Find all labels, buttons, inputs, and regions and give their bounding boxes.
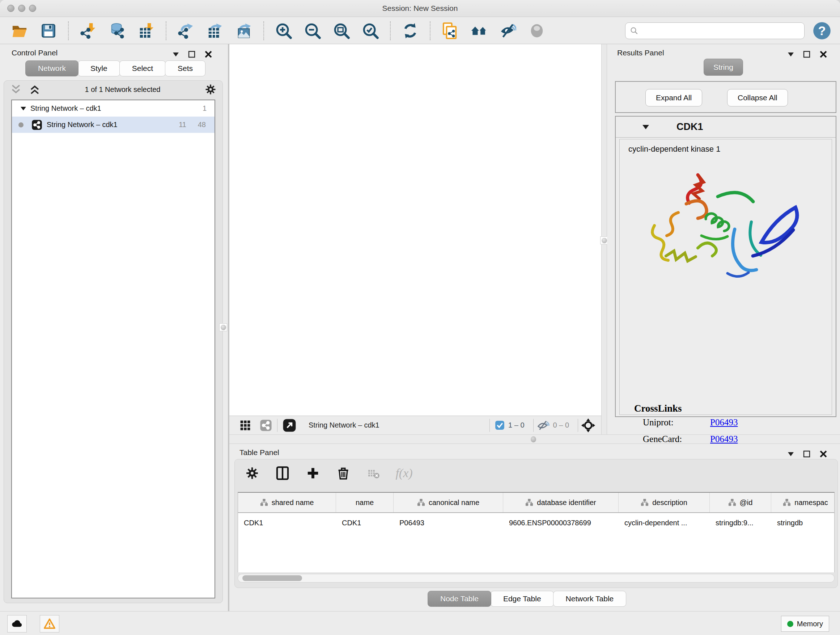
zoom-selected-button[interactable] — [360, 21, 381, 41]
network-view-icon[interactable] — [260, 419, 272, 432]
save-session-button[interactable] — [38, 21, 58, 41]
app-window: Session: New Session ? Control Panel Net… — [0, 0, 840, 635]
hide-selected-button[interactable] — [498, 21, 518, 41]
expand-collapse-box: Expand All Collapse All — [615, 81, 836, 113]
tab-style[interactable]: Style — [78, 60, 120, 76]
show-columns-icon[interactable] — [275, 465, 291, 481]
table-panel-resize-grip[interactable] — [531, 436, 536, 442]
table-options-gear-icon[interactable] — [244, 465, 260, 481]
memory-button[interactable]: Memory — [781, 616, 829, 632]
left-panel-resize-grip[interactable] — [219, 323, 227, 331]
table-cell[interactable]: cyclin-dependent ... — [619, 513, 710, 532]
export-network-button[interactable] — [176, 21, 196, 41]
network-canvas[interactable] — [229, 44, 601, 416]
table-cell[interactable]: P06493 — [393, 513, 503, 532]
table-cell[interactable]: CDK1 — [238, 513, 336, 532]
zoom-fit-button[interactable] — [332, 21, 352, 41]
show-all-button[interactable] — [527, 21, 547, 41]
network-collection-row[interactable]: String Network – cdk1 1 — [12, 100, 215, 117]
panel-menu-icon[interactable] — [173, 52, 179, 57]
export-image-icon — [235, 22, 252, 39]
delete-table-icon[interactable] — [366, 465, 382, 481]
network-list-options-gear-icon[interactable] — [204, 83, 217, 96]
float-panel-icon[interactable] — [188, 51, 195, 58]
float-panel-icon[interactable] — [803, 51, 810, 58]
cloud-status-button[interactable] — [7, 615, 27, 632]
column-header[interactable]: description — [619, 493, 710, 512]
search-field[interactable] — [625, 22, 805, 39]
open-file-button[interactable] — [9, 21, 30, 41]
selected-checkbox-icon[interactable] — [495, 420, 505, 430]
expand-all-icon[interactable] — [28, 84, 41, 95]
birds-eye-toggle-icon[interactable] — [581, 418, 595, 432]
import-network-database-button[interactable] — [107, 21, 127, 41]
delete-column-icon[interactable] — [335, 465, 351, 481]
help-button[interactable]: ? — [813, 21, 831, 40]
float-panel-icon[interactable] — [803, 450, 810, 458]
column-header[interactable]: canonical name — [393, 493, 503, 512]
export-image-button[interactable] — [234, 21, 254, 41]
grid-view-icon[interactable] — [240, 420, 251, 431]
column-header[interactable]: name — [336, 493, 393, 512]
import-table-button[interactable] — [136, 21, 156, 41]
tab-node-table[interactable]: Node Table — [428, 591, 491, 607]
table-panel-title: Table Panel — [240, 448, 279, 457]
gene-section-header[interactable]: CDK1 — [616, 117, 836, 138]
control-panel-title: Control Panel — [11, 49, 57, 57]
selected-count: 1 – 0 — [508, 421, 524, 429]
results-panel: Results Panel String Expand All Collapse… — [607, 44, 840, 434]
table-panel: Table Panel — [229, 444, 840, 611]
collapse-all-button[interactable]: Collapse All — [727, 89, 788, 106]
network-row[interactable]: String Network – cdk1 11 48 — [12, 117, 215, 133]
column-header[interactable]: namespac — [771, 493, 835, 512]
search-icon — [630, 27, 638, 35]
tab-select[interactable]: Select — [119, 60, 166, 76]
scrollbar-thumb[interactable] — [242, 575, 302, 581]
collapse-all-icon[interactable] — [10, 84, 22, 95]
column-header[interactable]: @id — [710, 493, 771, 512]
expand-all-button[interactable]: Expand All — [645, 89, 702, 106]
table-cell[interactable]: 9606.ENSP00000378699 — [503, 513, 619, 532]
table-cell[interactable]: stringdb — [771, 513, 835, 532]
crosslink-value-link[interactable]: P06493 — [710, 417, 737, 428]
collection-expander-icon[interactable] — [21, 107, 26, 111]
function-builder-icon[interactable]: f(x) — [396, 465, 412, 481]
import-network-file-icon — [80, 22, 96, 39]
zoom-in-button[interactable] — [273, 21, 294, 41]
tab-network-table[interactable]: Network Table — [553, 591, 627, 607]
table-body: CDK1CDK1P064939606.ENSP00000378699cyclin… — [238, 513, 834, 532]
tab-sets[interactable]: Sets — [165, 60, 205, 76]
clone-network-button[interactable] — [440, 21, 460, 41]
network-label: String Network – cdk1 — [47, 120, 118, 129]
table-row[interactable]: CDK1CDK1P064939606.ENSP00000378699cyclin… — [238, 513, 834, 532]
close-panel-icon[interactable] — [820, 450, 827, 458]
hidden-eye-icon[interactable] — [537, 420, 549, 431]
table-cell[interactable]: stringdb:9... — [710, 513, 771, 532]
export-table-button[interactable] — [205, 21, 225, 41]
column-header[interactable]: shared name — [238, 493, 336, 512]
close-panel-icon[interactable] — [205, 51, 212, 58]
panel-menu-icon[interactable] — [788, 52, 794, 57]
section-expander-icon[interactable] — [643, 125, 649, 129]
close-panel-icon[interactable] — [820, 51, 827, 58]
search-input[interactable] — [641, 27, 800, 35]
zoom-out-button[interactable] — [302, 21, 323, 41]
tab-edge-table[interactable]: Edge Table — [491, 591, 554, 607]
table-cell[interactable]: CDK1 — [336, 513, 393, 532]
column-header[interactable]: database identifier — [503, 493, 619, 512]
column-namespace-icon — [525, 499, 533, 507]
column-label: name — [355, 499, 374, 507]
table-horizontal-scrollbar[interactable] — [238, 574, 835, 583]
tab-network[interactable]: Network — [25, 60, 79, 76]
crosslink-value-link[interactable]: P06493 — [710, 434, 737, 444]
refresh-button[interactable] — [400, 21, 420, 41]
detach-view-icon[interactable] — [283, 418, 296, 432]
column-label: database identifier — [537, 499, 596, 507]
create-column-icon[interactable] — [305, 465, 321, 481]
window-title: Session: New Session — [0, 4, 840, 13]
results-tab-string[interactable]: String — [704, 59, 743, 76]
panel-menu-icon[interactable] — [788, 452, 794, 456]
warnings-button[interactable] — [40, 615, 59, 632]
home-button[interactable] — [469, 21, 489, 41]
import-network-file-button[interactable] — [78, 21, 98, 41]
